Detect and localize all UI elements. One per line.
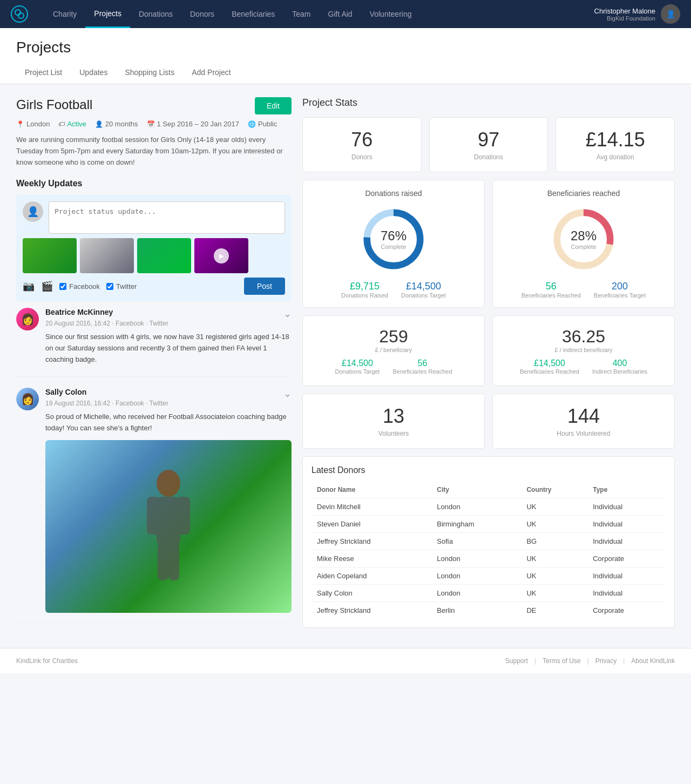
donor-city: London	[431, 585, 521, 602]
nav-charity[interactable]: Charity	[44, 0, 85, 28]
footer-terms[interactable]: Terms of Use	[543, 657, 581, 665]
donor-type: Individual	[587, 516, 666, 533]
tab-project-list[interactable]: Project List	[16, 63, 71, 84]
donor-country: UK	[521, 550, 587, 567]
per-indirect-val2: 400 Indirect Beneficiaries	[592, 359, 647, 375]
play-icon: ▶	[214, 248, 229, 263]
update-image-2	[80, 238, 134, 273]
per-indirect-sublabel: £ / indirect beneficiary	[502, 347, 666, 353]
logo-icon	[11, 5, 28, 23]
per-indirect-card: 36.25 £ / indirect beneficiary £14,500 B…	[492, 315, 675, 386]
footer-about[interactable]: About KindLink	[631, 657, 675, 665]
tab-shopping-lists[interactable]: Shopping Lists	[116, 63, 183, 84]
donut-charts-row: Donations raised 76% Complete £9,715 Don…	[302, 180, 675, 308]
volunteers-row: 13 Volunteers 144 Hours Volunteered	[302, 394, 675, 449]
update-box: 👤 ▶ 📷 🎬 Facebook	[16, 195, 292, 301]
svg-rect-6	[158, 543, 168, 580]
nav-logo[interactable]	[11, 5, 28, 23]
facebook-checkbox-label[interactable]: Facebook	[59, 282, 100, 290]
meta-dates: 📅 1 Sep 2016 – 20 Jan 2017	[147, 120, 240, 128]
donations-raised-label: Donations Raised	[341, 292, 388, 299]
nav-donors[interactable]: Donors	[181, 0, 223, 28]
per-indirect-val1: £14,500 Beneficiaries Reached	[520, 359, 579, 375]
donor-type: Individual	[587, 533, 666, 550]
twitter-checkbox[interactable]	[106, 283, 113, 290]
donations-number: 97	[438, 129, 539, 151]
footer-copyright: KindLink for Charities	[16, 657, 78, 665]
donor-city: London	[431, 550, 521, 567]
donations-label: Donations	[438, 153, 539, 161]
stat-avg-donation: £14.15 Avg donation	[555, 117, 675, 172]
donor-country: UK	[521, 585, 587, 602]
donor-country: UK	[521, 516, 587, 533]
hours-num: 144	[502, 405, 666, 428]
per-indirect-num: 36.25	[502, 327, 666, 347]
donor-name: Steven Daniel	[311, 516, 431, 533]
per-beneficiary-val2-label: Beneficiaries Reached	[392, 368, 452, 375]
donations-raised-val: £9,715 Donations Raised	[341, 281, 388, 299]
edit-button[interactable]: Edit	[255, 97, 292, 114]
table-row: Mike ReeseLondonUKCorporate	[311, 550, 666, 567]
avatar: 👤	[661, 4, 680, 24]
volunteers-num: 13	[311, 405, 476, 428]
donations-donut: 76% Complete	[358, 204, 429, 274]
post-1-author: Sally Colon	[45, 388, 86, 400]
user-name: Christopher Malone	[594, 7, 655, 15]
page-header: Projects Project List Updates Shopping L…	[0, 28, 691, 84]
camera-icon[interactable]: 📷	[23, 280, 35, 292]
update-textarea[interactable]	[49, 201, 285, 234]
beneficiaries-values: 56 Beneficiaries Reached 200 Beneficiari…	[502, 281, 666, 299]
post-0-avatar: 👩	[16, 308, 39, 330]
per-beneficiary-row: 259 £ / beneficiary £14,500 Donations Ta…	[302, 315, 675, 386]
post-0-collapse[interactable]: ⌄	[283, 308, 292, 320]
svg-point-1	[18, 13, 24, 18]
nav-team[interactable]: Team	[283, 0, 319, 28]
project-description: We are running community footbal session…	[16, 134, 292, 168]
post-1-collapse[interactable]: ⌄	[283, 388, 292, 400]
nav-giftaid[interactable]: Gift Aid	[320, 0, 361, 28]
footer-support[interactable]: Support	[505, 657, 528, 665]
twitter-checkbox-label[interactable]: Twitter	[106, 282, 137, 290]
svg-point-2	[157, 470, 180, 497]
visibility-icon: 🌐	[248, 120, 256, 128]
top-stats-row: 76 Donors 97 Donations £14.15 Avg donati…	[302, 117, 675, 172]
donor-name: Jeffrey Strickland	[311, 602, 431, 619]
table-row: Jeffrey StricklandSofiaBGIndividual	[311, 533, 666, 550]
table-row: Steven DanielBirminghamUKIndividual	[311, 516, 666, 533]
current-user-avatar: 👤	[23, 201, 43, 222]
donations-percent: 76%	[381, 228, 407, 244]
page-title: Projects	[16, 39, 675, 56]
footer-privacy[interactable]: Privacy	[595, 657, 617, 665]
donations-raised-card: Donations raised 76% Complete £9,715 Don…	[302, 180, 485, 308]
donor-name: Mike Reese	[311, 550, 431, 567]
post-0-meta: 20 August 2016, 16:42 · Facebook · Twitt…	[45, 320, 292, 327]
nav-projects[interactable]: Projects	[85, 0, 130, 28]
tab-add-project[interactable]: Add Project	[183, 63, 239, 84]
tab-updates[interactable]: Updates	[71, 63, 116, 84]
nav-volunteering[interactable]: Volunteering	[361, 0, 421, 28]
update-images: ▶	[23, 238, 285, 273]
post-button[interactable]: Post	[244, 278, 285, 295]
status-icon: 🏷	[58, 120, 65, 128]
nav-donations[interactable]: Donations	[130, 0, 181, 28]
per-beneficiary-num: 259	[311, 327, 476, 347]
page-tabs: Project List Updates Shopping Lists Add …	[16, 63, 675, 84]
location-icon: 📍	[16, 120, 24, 128]
facebook-checkbox[interactable]	[59, 283, 66, 290]
donor-city: London	[431, 567, 521, 585]
updates-section-title: Weekly Updates	[16, 179, 292, 188]
donations-raised-title: Donations raised	[311, 189, 476, 198]
donations-values: £9,715 Donations Raised £14,500 Donation…	[311, 281, 476, 299]
col-type: Type	[587, 482, 666, 498]
meta-duration: 👤 20 months	[95, 120, 138, 128]
stats-title: Project Stats	[302, 97, 675, 109]
col-country: Country	[521, 482, 587, 498]
update-image-4: ▶	[194, 238, 248, 273]
beneficiaries-reached-label: Beneficiaries Reached	[521, 292, 581, 299]
video-icon[interactable]: 🎬	[41, 280, 53, 292]
donor-type: Individual	[587, 567, 666, 585]
nav-beneficiaries[interactable]: Beneficiaries	[223, 0, 283, 28]
donations-target-num: £14,500	[401, 281, 446, 292]
volunteers-label: Volunteers	[311, 430, 476, 437]
donor-country: DE	[521, 602, 587, 619]
